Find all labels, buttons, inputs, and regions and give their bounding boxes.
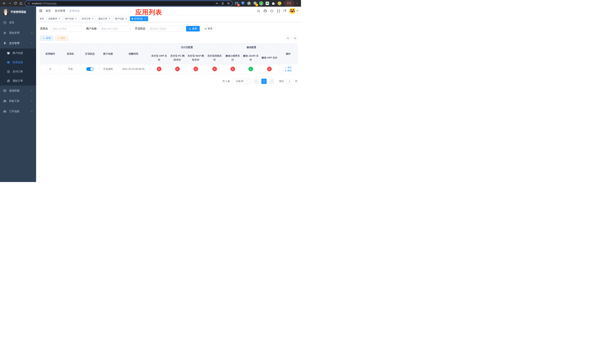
- payment-submenu: 商户信息 应用信息 ¥ 支付订单: [0, 49, 36, 86]
- sidebar-menu: 首页 系统管理 ¥ 支付管理: [0, 17, 36, 117]
- browser-menu-icon[interactable]: [296, 2, 299, 5]
- chevron-left-icon: [255, 80, 257, 82]
- breadcrumb-separator: /: [67, 10, 68, 12]
- gear-icon: [3, 31, 7, 35]
- user-menu[interactable]: [290, 8, 298, 14]
- home-icon: [19, 2, 22, 5]
- tab-pay-orders[interactable]: 支付订单✕: [80, 16, 96, 21]
- sidebar-item-payment[interactable]: ¥ 支付管理: [0, 38, 36, 49]
- chevron-down-icon: [31, 100, 33, 102]
- app-title: 芋道管理系统: [11, 10, 26, 14]
- site-info-icon[interactable]: [27, 2, 30, 5]
- sidebar-item-pay-orders[interactable]: ¥ 支付订单: [0, 67, 36, 76]
- tab-process-form[interactable]: 流程表单✕: [47, 16, 62, 21]
- svg-text:y: y: [261, 2, 262, 5]
- extension-pins-icon[interactable]: 10: [235, 1, 239, 5]
- tab-close-icon[interactable]: ✕: [144, 17, 146, 20]
- page-content: 应用名 商户名称 开启状态 搜索: [36, 22, 301, 182]
- tab-close-icon[interactable]: ✕: [125, 17, 127, 20]
- profile-emoji-icon[interactable]: [278, 1, 281, 5]
- sidebar-item-label: 支付订单: [13, 70, 23, 73]
- extension-chat-icon[interactable]: [265, 1, 269, 5]
- search-button[interactable]: 搜索: [186, 26, 200, 32]
- delete-link[interactable]: 删除: [285, 69, 292, 72]
- extensions-puzzle-icon[interactable]: [271, 1, 275, 5]
- wechat-jsapi-status-icon: ✓: [248, 67, 253, 71]
- breadcrumb-home[interactable]: 首页: [45, 9, 51, 13]
- toggle-search-button[interactable]: [285, 36, 290, 41]
- page-number-1[interactable]: 1: [261, 79, 267, 84]
- add-button[interactable]: 新增: [40, 36, 53, 41]
- tab-merchant-info[interactable]: 商户信息✕: [113, 16, 129, 21]
- sidebar-collapse-icon[interactable]: [39, 9, 43, 13]
- status-select-input[interactable]: [147, 26, 184, 32]
- row-enabled-switch[interactable]: [86, 67, 94, 71]
- extension-icons: 10 ⌘ 1 y: [235, 1, 281, 5]
- sidebar-item-system[interactable]: 系统管理: [0, 28, 36, 38]
- browser-forward-button[interactable]: [7, 0, 13, 6]
- merchant-name-input[interactable]: [99, 26, 130, 32]
- password-key-icon[interactable]: [215, 2, 218, 5]
- extension-gem-icon[interactable]: [241, 1, 245, 5]
- fullscreen-icon[interactable]: [277, 9, 280, 13]
- table-toolbar: 新增 导出: [40, 36, 298, 41]
- browser-back-button[interactable]: [1, 0, 7, 6]
- download-icon: [57, 37, 60, 39]
- sidebar-item-merchant-info[interactable]: 商户信息: [0, 49, 36, 58]
- tab-user-group[interactable]: 用户分组✕: [63, 16, 79, 21]
- export-button[interactable]: 导出: [55, 36, 68, 41]
- extension-y-icon[interactable]: y: [259, 1, 263, 5]
- url-bar[interactable]: localhost:1024/pay/app: [25, 1, 232, 6]
- sidebar-item-dev-tools[interactable]: 研发工具: [0, 96, 36, 106]
- chevron-down-icon: [31, 110, 33, 113]
- breadcrumb-separator: /: [52, 10, 53, 12]
- browser-home-button[interactable]: [18, 0, 24, 6]
- tab-label: 用户分组: [65, 17, 74, 20]
- next-page-button[interactable]: [269, 79, 274, 84]
- goto-page-input[interactable]: [285, 79, 294, 84]
- prev-page-button[interactable]: [254, 79, 259, 84]
- breadcrumb-payment[interactable]: 支付管理: [55, 9, 65, 13]
- refresh-table-button[interactable]: [292, 36, 298, 41]
- extension-badge: 10: [237, 4, 240, 6]
- header-search-icon[interactable]: [257, 9, 260, 13]
- sidebar-logo-row[interactable]: 芋道管理系统: [0, 7, 36, 17]
- github-icon[interactable]: [263, 9, 267, 13]
- sidebar-item-infrastructure[interactable]: 基础设施: [0, 86, 36, 96]
- font-size-icon[interactable]: TT: [283, 10, 286, 12]
- col-group-wechat: 微信配置: [224, 43, 279, 51]
- extension-meet-icon[interactable]: 1: [253, 1, 257, 5]
- bookmark-star-icon[interactable]: [227, 2, 230, 5]
- chrome-update-button[interactable]: 更新: [284, 1, 294, 6]
- sidebar-item-label: 应用信息: [13, 61, 23, 64]
- share-icon[interactable]: [221, 2, 224, 5]
- tab-close-icon[interactable]: ✕: [75, 17, 77, 20]
- edit-link[interactable]: 修改: [285, 66, 292, 69]
- browser-reload-button[interactable]: [13, 0, 18, 6]
- annotation-title: 应用列表: [135, 8, 162, 17]
- tab-app-info[interactable]: 应用信息✕: [130, 16, 148, 21]
- extension-command-icon[interactable]: ⌘: [247, 1, 251, 5]
- col-header-created: 创建时间: [117, 43, 150, 64]
- help-icon[interactable]: ?: [270, 9, 274, 13]
- edit-link-label: 修改: [287, 66, 292, 69]
- tab-close-icon[interactable]: ✕: [58, 17, 61, 20]
- page-size-select[interactable]: 10条/页: [232, 79, 251, 84]
- status-select[interactable]: [147, 26, 184, 32]
- tab-refund-orders[interactable]: 退款订单✕: [97, 16, 112, 21]
- reset-button[interactable]: 重置: [202, 26, 215, 32]
- app-name-input[interactable]: [50, 26, 82, 32]
- sidebar-item-label: 系统管理: [9, 31, 20, 35]
- sidebar-item-home[interactable]: 首页: [0, 17, 36, 28]
- tab-close-icon[interactable]: ✕: [91, 17, 94, 20]
- chevron-up-icon: [31, 42, 33, 44]
- sidebar-item-refund-orders[interactable]: 退款订单: [0, 76, 36, 86]
- tab-home[interactable]: 首页: [38, 16, 46, 21]
- col-header-status: 开启状态: [81, 43, 99, 64]
- tab-label: 支付订单: [82, 17, 91, 20]
- sidebar-item-label: 首页: [9, 21, 14, 24]
- table-row: 6 芋道 芋道源码 2021-10-23 08:49:25 ✕ ✕ ✕ ✕ ✕ …: [40, 64, 298, 74]
- sidebar-item-app-info[interactable]: 应用信息: [0, 58, 36, 67]
- tab-close-icon[interactable]: ✕: [108, 17, 111, 20]
- sidebar-item-workflow[interactable]: 工作流程: [0, 106, 36, 117]
